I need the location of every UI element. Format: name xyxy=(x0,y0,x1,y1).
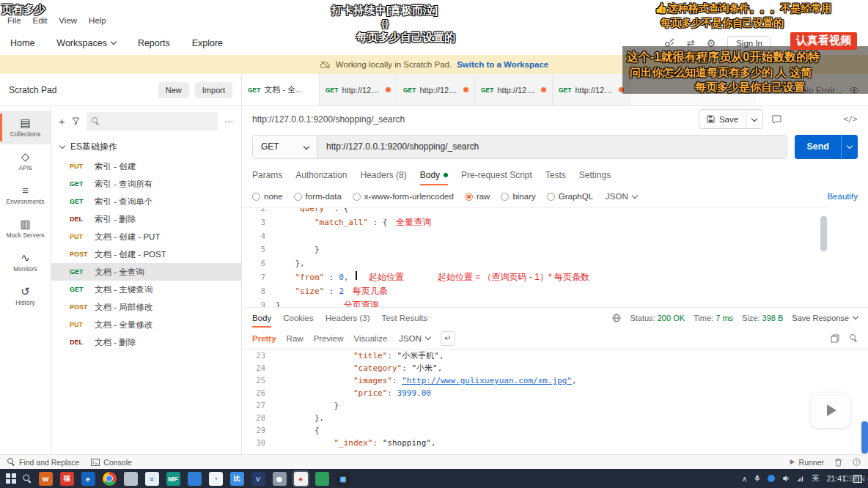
request-config-tab[interactable]: Tests xyxy=(545,165,566,185)
request-tab[interactable]: GET http://127.... xyxy=(320,74,397,106)
network-globe-icon[interactable] xyxy=(612,314,621,322)
request-body-editor[interactable]: 2 "query" : { 3 "match_all" : { 全量查 xyxy=(242,207,828,307)
console-button[interactable]: Console xyxy=(91,458,132,467)
body-type-radio[interactable]: GraphQL xyxy=(547,192,593,201)
request-config-tab[interactable]: Authorization xyxy=(295,165,347,185)
raw-language-select[interactable]: JSON xyxy=(606,192,637,201)
taskbar-app-icon[interactable] xyxy=(315,472,329,486)
taskbar-app-icon[interactable]: MF xyxy=(166,472,180,486)
page-scrollbar-thumb[interactable] xyxy=(861,421,868,454)
response-tab[interactable]: Cookies xyxy=(283,308,314,328)
nav-item[interactable]: Home xyxy=(10,38,34,48)
rail-item[interactable]: Environments xyxy=(0,178,51,212)
copy-icon[interactable] xyxy=(831,334,839,343)
wrap-lines-icon[interactable]: ↵ xyxy=(441,331,455,346)
request-config-tab[interactable]: Params xyxy=(252,165,282,185)
request-tab[interactable]: GET http://127.... xyxy=(475,74,553,106)
body-type-radio[interactable]: form-data xyxy=(294,192,342,201)
tray-app-icon[interactable] xyxy=(768,475,775,482)
response-tab[interactable]: Test Results xyxy=(382,308,428,328)
taskbar-app-icon[interactable]: W xyxy=(39,472,53,486)
taskbar-app-icon[interactable]: ▣ xyxy=(336,472,350,486)
tree-request-item[interactable]: PUT 文档 - 全量修改 xyxy=(51,316,241,333)
tab-options-button[interactable]: ⋯ xyxy=(776,74,794,106)
help-icon[interactable]: ? xyxy=(853,458,861,466)
tree-request-item[interactable]: POST 文档 - 创建 - POST xyxy=(51,245,241,263)
tray-expand-icon[interactable]: ∧ xyxy=(742,475,747,483)
network-signal-icon[interactable] xyxy=(797,475,804,482)
volume-icon[interactable] xyxy=(782,475,790,482)
sidebar-search-input[interactable] xyxy=(104,117,213,126)
tree-request-item[interactable]: GET 文档 - 全查询 xyxy=(51,263,241,281)
rail-item[interactable]: APIs xyxy=(0,144,51,178)
status-satellite-icon[interactable] xyxy=(664,38,675,48)
taskbar-app-icon[interactable]: e xyxy=(81,472,95,486)
tree-request-item[interactable]: GET 索引 - 查询所有 xyxy=(51,175,241,193)
rail-item[interactable]: Monitors xyxy=(0,245,51,279)
microphone-icon[interactable] xyxy=(754,475,760,482)
taskbar-app-icon[interactable]: ≡ xyxy=(145,472,159,486)
menu-item[interactable]: Help xyxy=(89,16,106,25)
save-button[interactable]: Save xyxy=(699,109,763,129)
environment-eye-icon[interactable] xyxy=(849,86,859,94)
body-type-radio[interactable]: raw xyxy=(465,192,490,201)
response-language-select[interactable]: JSON xyxy=(399,334,430,343)
tree-request-item[interactable]: POST 文档 - 局部修改 xyxy=(51,298,241,316)
taskbar-app-icon[interactable] xyxy=(188,472,202,486)
code-snippet-toggle[interactable]: </> xyxy=(843,114,858,124)
request-config-tab[interactable]: Headers (8) xyxy=(360,165,406,185)
video-play-overlay[interactable] xyxy=(811,393,850,428)
taskbar-app-icon[interactable] xyxy=(124,472,138,486)
menu-item[interactable]: View xyxy=(59,16,77,25)
rail-item[interactable]: Mock Servers xyxy=(0,212,51,245)
beautify-link[interactable]: Beautify xyxy=(827,192,858,201)
menu-item[interactable]: File xyxy=(7,16,21,25)
body-type-radio[interactable]: x-www-form-urlencoded xyxy=(353,192,454,201)
editor-scrollbar[interactable] xyxy=(820,216,827,251)
sidebar-searchbox[interactable] xyxy=(87,112,218,130)
request-config-tab[interactable]: Body xyxy=(420,165,448,185)
input-language-indicator[interactable]: 英 xyxy=(812,473,820,484)
clock[interactable]: 21:41 xyxy=(827,474,846,483)
nav-item[interactable]: Workspaces xyxy=(56,38,116,48)
taskbar-app-icon[interactable]: ◔ xyxy=(209,472,223,486)
windows-start-button[interactable] xyxy=(6,473,16,484)
taskbar-app-icon[interactable]: 比 xyxy=(230,472,244,486)
request-tab[interactable]: GET http://127.... xyxy=(397,74,475,106)
environment-selector[interactable]: No Envir... xyxy=(794,74,868,106)
url-input[interactable] xyxy=(317,136,787,158)
tree-request-item[interactable]: GET 文档 - 主键查询 xyxy=(51,281,241,298)
response-tab[interactable]: Headers (3) xyxy=(326,308,370,328)
menu-item[interactable]: Edit xyxy=(33,16,48,25)
search-response-icon[interactable] xyxy=(850,334,858,342)
taskbar-app-icon[interactable] xyxy=(103,472,117,486)
capture-requests-icon[interactable]: ⇄ xyxy=(687,37,695,48)
response-view-option[interactable]: Visualize xyxy=(354,334,388,343)
new-tab-button[interactable]: + xyxy=(757,74,776,106)
find-and-replace-button[interactable]: Find and Replace xyxy=(7,458,79,467)
sign-in-button[interactable]: Sign In xyxy=(727,36,771,51)
comment-icon[interactable] xyxy=(772,115,781,124)
taskbar-app-icon[interactable]: ● xyxy=(294,472,308,486)
response-tab[interactable]: Body xyxy=(252,308,271,328)
collection-header[interactable]: ES基础操作 xyxy=(51,136,241,158)
nav-item[interactable]: Explore xyxy=(192,38,223,48)
import-button[interactable]: Import xyxy=(195,82,232,98)
action-center-icon[interactable] xyxy=(853,475,862,483)
request-config-tab[interactable]: Settings xyxy=(579,165,611,185)
tree-request-item[interactable]: GET 索引 - 查询单个 xyxy=(51,193,241,210)
response-body-viewer[interactable]: 23 "title": "小米手机", 24 "category": "小米", xyxy=(242,350,868,454)
taskbar-app-icon[interactable]: 福 xyxy=(60,472,74,486)
tree-request-item[interactable]: DEL 索引 - 删除 xyxy=(51,210,241,228)
response-view-option[interactable]: Pretty xyxy=(252,334,276,343)
response-view-option[interactable]: Preview xyxy=(314,334,344,343)
taskbar-app-icon[interactable]: ◉ xyxy=(273,472,287,486)
send-button[interactable]: Send xyxy=(795,135,858,159)
response-view-option[interactable]: Raw xyxy=(287,334,304,343)
rail-item[interactable]: History xyxy=(0,279,51,313)
body-type-radio[interactable]: none xyxy=(252,192,283,201)
trash-icon[interactable] xyxy=(834,458,842,467)
body-type-radio[interactable]: binary xyxy=(501,192,535,201)
sidebar-more-icon[interactable]: ⋯ xyxy=(224,117,234,127)
tree-request-item[interactable]: DEL 文档 - 删除 xyxy=(51,333,241,351)
